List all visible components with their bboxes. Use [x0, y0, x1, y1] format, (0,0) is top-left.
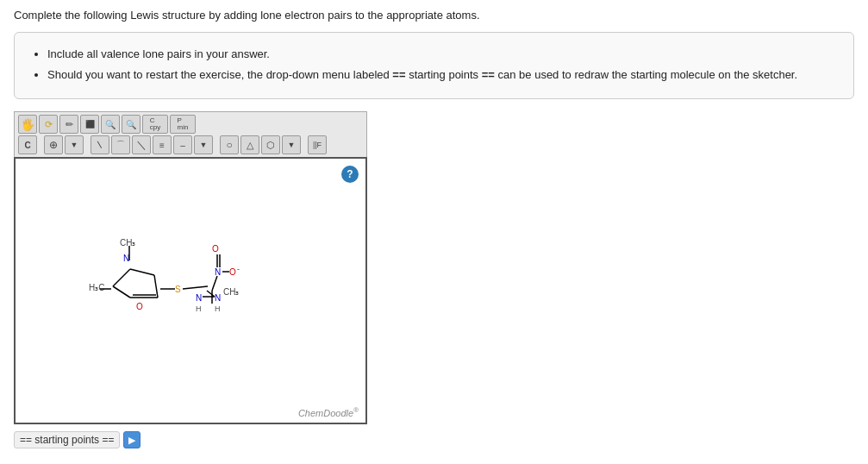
- select-icon: ⬛: [85, 120, 95, 129]
- lasso-tool-btn[interactable]: ⟳: [39, 115, 58, 134]
- help-icon: ?: [347, 168, 353, 180]
- triangle-ring-icon: △: [247, 140, 253, 151]
- zoom-out-icon: 🔍: [126, 120, 136, 129]
- svg-line-12: [183, 286, 208, 289]
- select-tool-btn[interactable]: ⬛: [80, 115, 99, 134]
- add-atom-icon: ⊕: [49, 139, 58, 151]
- svg-line-5: [154, 275, 158, 298]
- sketcher-canvas[interactable]: ? CH₃ N H₃C O S: [14, 157, 367, 424]
- bond-dropdown-btn[interactable]: ▼: [194, 135, 213, 154]
- svg-text:CH₃: CH₃: [120, 238, 135, 248]
- triple-bond-btn[interactable]: ≡: [153, 135, 172, 154]
- ring-dropdown-icon: ▼: [288, 141, 296, 149]
- dropdown-atom-btn[interactable]: ▼: [65, 135, 84, 154]
- pencil-icon: ✏: [66, 119, 73, 130]
- charge-icon: ||F: [313, 141, 322, 149]
- svg-line-3: [113, 269, 130, 286]
- eq-symbol-1: ==: [392, 68, 405, 81]
- info-bullet-2: Should you want to restart the exercise,…: [47, 66, 838, 85]
- info-box: Include all valence lone pairs in your a…: [14, 32, 854, 99]
- svg-text:N: N: [215, 293, 221, 303]
- chemdoodle-label: ChemDoodle®: [298, 406, 359, 418]
- svg-text:H₃C: H₃C: [89, 283, 104, 292]
- svg-text:O: O: [229, 267, 236, 277]
- toolbar-row-1: 🖐 ⟳ ✏ ⬛ 🔍 🔍 Ccpy Pmin: [18, 115, 363, 134]
- single-bond-icon: /: [95, 140, 105, 150]
- chemdoodle-sup: ®: [353, 406, 359, 414]
- pencil-tool-btn[interactable]: ✏: [59, 115, 78, 134]
- dash-bond-icon: –: [180, 141, 185, 150]
- bond-dropdown-icon: ▼: [200, 141, 208, 149]
- svg-line-7: [113, 286, 130, 298]
- triangle-ring-btn[interactable]: △: [240, 135, 259, 154]
- svg-line-4: [130, 269, 154, 275]
- svg-text:H: H: [215, 304, 221, 313]
- svg-text:-: -: [237, 265, 240, 273]
- copy-btn[interactable]: Ccpy: [142, 115, 168, 134]
- add-atom-btn[interactable]: ⊕: [44, 135, 63, 154]
- hex-ring-btn[interactable]: ⬡: [261, 135, 280, 154]
- page-instructions: Complete the following Lewis structure b…: [14, 9, 854, 22]
- help-button[interactable]: ?: [341, 166, 359, 183]
- copy-icon: Ccpy: [150, 117, 160, 131]
- toolbar-row-2: C ⊕ ▼ / ⌒ ＼ ≡ –: [18, 135, 363, 154]
- up-wedge-btn[interactable]: ⌒: [111, 135, 130, 154]
- svg-text:O: O: [136, 302, 143, 311]
- svg-text:N: N: [196, 293, 202, 303]
- zoom-in-btn[interactable]: 🔍: [101, 115, 120, 134]
- svg-line-28: [207, 291, 215, 297]
- up-wedge-icon: ⌒: [116, 139, 125, 151]
- charge-btn[interactable]: ||F: [308, 135, 327, 154]
- paste-btn[interactable]: Pmin: [170, 115, 196, 134]
- single-bond-btn[interactable]: /: [91, 135, 109, 154]
- zoom-out-btn[interactable]: 🔍: [122, 115, 141, 134]
- paste-icon: Pmin: [178, 117, 189, 131]
- carbon-btn[interactable]: C: [18, 135, 37, 154]
- hand-icon: 🖐: [21, 118, 34, 131]
- dropdown-atom-icon: ▼: [71, 141, 78, 149]
- svg-text:O: O: [212, 244, 219, 254]
- svg-text:H: H: [196, 304, 202, 313]
- down-wedge-icon: ＼: [136, 138, 147, 153]
- ring-dropdown-btn[interactable]: ▼: [282, 135, 301, 154]
- sketcher-toolbar: 🖐 ⟳ ✏ ⬛ 🔍 🔍 Ccpy Pmin: [14, 111, 367, 157]
- carbon-icon: C: [24, 141, 30, 150]
- starting-points-label: == starting points ==: [14, 431, 120, 448]
- starting-points-arrow-btn[interactable]: ▶: [123, 431, 141, 448]
- hand-tool-btn[interactable]: 🖐: [18, 115, 37, 134]
- svg-text:CH₃: CH₃: [223, 287, 239, 297]
- triple-bond-icon: ≡: [159, 141, 165, 150]
- arrow-icon: ▶: [128, 435, 135, 446]
- svg-line-20: [212, 276, 217, 291]
- dash-bond-btn[interactable]: –: [173, 135, 192, 154]
- bottom-controls: == starting points == ▶: [14, 431, 141, 448]
- svg-text:N: N: [123, 254, 129, 263]
- zoom-in-icon: 🔍: [105, 120, 116, 129]
- circle-ring-btn[interactable]: ○: [220, 135, 239, 154]
- info-bullet-1: Include all valence lone pairs in your a…: [47, 45, 838, 64]
- down-wedge-btn[interactable]: ＼: [132, 135, 151, 154]
- circle-ring-icon: ○: [226, 139, 232, 151]
- svg-text:N: N: [215, 267, 221, 277]
- molecule-svg: CH₃ N H₃C O S O N: [27, 196, 320, 386]
- lasso-icon: ⟳: [45, 119, 53, 130]
- sketcher-container: 🖐 ⟳ ✏ ⬛ 🔍 🔍 Ccpy Pmin: [14, 111, 854, 448]
- hex-ring-icon: ⬡: [266, 140, 275, 151]
- svg-text:S: S: [175, 285, 181, 294]
- eq-symbol-2: ==: [482, 68, 495, 81]
